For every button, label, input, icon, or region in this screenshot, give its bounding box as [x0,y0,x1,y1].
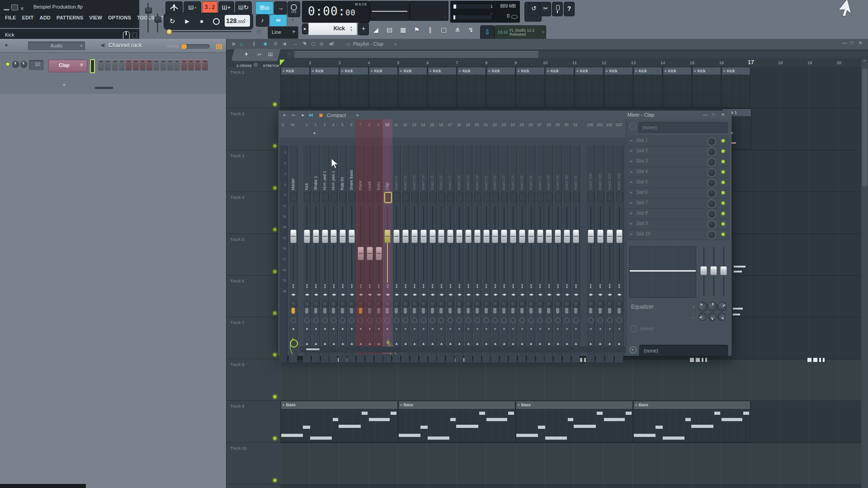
record-dot[interactable] [440,328,442,330]
eq-knob-3[interactable] [715,300,729,314]
mixer-strip-Insert 17[interactable]: Insert 17▲▼◀▶▲ [446,145,454,362]
fx-slot-indicator[interactable] [393,192,400,202]
clip-kick-15[interactable]: ≡Kick [692,67,721,108]
step-edit-button[interactable]: ⊞ш [255,1,274,14]
track-label-8[interactable]: Track 8 [230,362,244,367]
volume-fader-handle[interactable] [465,230,472,243]
pan-control[interactable]: ◀▶ [554,293,562,296]
fx-slot-indicator[interactable] [367,192,373,202]
clip-kick-11[interactable]: ≡Kick [575,67,604,108]
mute-switch[interactable] [314,308,317,314]
fx-slot-indicator[interactable] [546,192,552,202]
slot-enable-led[interactable] [722,170,725,174]
pan-control[interactable]: ◀▶ [420,293,428,296]
mixer-strip-Master[interactable]: Master▲▼◀▶ [289,145,297,362]
clip-kick-3[interactable]: ≡Kick [340,67,368,108]
slot-mix-knob[interactable] [707,230,716,239]
slot-mix-knob[interactable] [707,168,716,177]
eq-band1-fader[interactable] [703,247,704,296]
fx-slot-indicator[interactable] [411,192,418,202]
step-button-3[interactable] [112,59,118,70]
record-dot[interactable] [539,328,541,330]
record-dot[interactable] [530,328,532,330]
volume-fader-handle[interactable] [358,247,364,260]
volume-fader-handle[interactable] [438,230,444,243]
stereo-sep-control[interactable]: ▲▼ [392,283,401,289]
slot-arrow-icon[interactable]: ▶ [630,139,632,142]
fx-slot-1[interactable]: ▶Slot 1 [627,136,730,146]
slot-arrow-icon[interactable]: ▶ [630,191,632,194]
stereo-knob[interactable] [349,301,355,308]
step-button-2[interactable] [105,59,111,70]
restore-icon[interactable] [11,5,18,10]
volume-fader-handle[interactable] [393,230,400,243]
stereo-knob[interactable] [597,301,604,308]
volume-fader-handle[interactable] [501,230,507,243]
stereo-knob[interactable] [510,301,517,308]
eq-knob-4[interactable] [697,311,708,323]
stereo-sep-control[interactable]: ▲▼ [586,283,595,289]
pan-control[interactable]: ◀▶ [605,293,614,296]
step-button-16[interactable] [202,59,208,70]
mute-switch[interactable] [448,308,452,314]
mixer-layout-mode[interactable]: Compact [327,113,346,118]
menu-item-edit[interactable]: EDIT [22,15,34,20]
mixer-strip-Insert 25[interactable]: Insert 25▲▼◀▶▲ [518,145,526,362]
scroll-left-icon[interactable]: ‹ [289,52,290,56]
stereo-knob[interactable] [492,301,499,308]
track-label-5[interactable]: Track 5 [230,237,244,242]
stereo-knob[interactable] [546,301,552,308]
multilink-knob-button[interactable] [288,1,300,17]
record-dot[interactable] [609,328,611,330]
step-button-11[interactable] [167,59,173,70]
stereo-knob[interactable] [501,301,508,308]
eq-knob-6[interactable] [716,311,727,322]
filter-group-selector[interactable]: Audio ▶ [28,42,85,50]
mixer-strip-Insert 102[interactable]: Insert 102▲▼◀▶▲ [605,145,614,362]
dock-up-icon[interactable]: ▲ [301,113,305,117]
pan-control[interactable]: ◀▶ [500,293,508,296]
scroll-up-icon[interactable]: ⌃ [863,60,866,64]
pan-control[interactable]: ◀▶ [464,293,472,296]
record-dot[interactable] [342,328,344,330]
fx-slot-indicator[interactable] [519,192,526,202]
blend-notes-button[interactable]: Ш+ [218,1,234,14]
stereo-sep-control[interactable]: ▲▼ [464,283,472,289]
track-led-1[interactable] [273,102,277,107]
channel-button-clap[interactable]: Clap ※ [48,60,87,72]
mixer-strip-Hi-H..sed 1[interactable]: Hi-H..sed 1▲▼◀▶▲ [321,145,329,362]
stereo-knob[interactable] [376,301,382,308]
stereo-knob[interactable] [519,301,526,308]
scroll-left-icon[interactable]: ‹ [90,85,91,89]
mute-switch[interactable] [511,308,514,314]
menu-item-file[interactable]: FILE [5,15,16,20]
fx-slot-indicator[interactable] [573,192,580,202]
mute-switch[interactable] [359,308,362,314]
fx-slot-4[interactable]: ▶Slot 4 [627,167,730,178]
pan-control[interactable]: ◀▶ [401,293,410,296]
mute-switch[interactable] [502,308,505,314]
pan-control[interactable]: ◀▶ [437,293,445,296]
pan-control[interactable]: ◀▶ [473,293,481,296]
mixer-menu-arrow[interactable]: ▶ [283,113,286,117]
stereo-knob[interactable] [304,301,311,308]
pan-control[interactable]: ◀▶ [527,293,535,296]
mute-switch[interactable] [404,308,407,314]
volume-fader-handle[interactable] [349,230,355,243]
select-icon[interactable]: ◥ [302,41,306,46]
pl-menu-arrow[interactable]: ▶ [232,41,236,46]
output-field[interactable]: (none) [639,345,728,357]
close-icon[interactable]: ✕ [20,6,25,11]
playlist-minimize-icon[interactable]: — [842,40,847,45]
slot-enable-led[interactable] [722,202,725,205]
slot-arrow-icon[interactable]: ▶ [630,222,632,225]
pan-control[interactable]: ◀▶ [429,293,437,296]
pan-control[interactable]: ◀▶ [518,293,526,296]
stereo-knob[interactable] [358,301,364,308]
stereo-sep-control[interactable]: ▲▼ [482,283,491,289]
mute-switch[interactable] [292,308,295,314]
slot-mix-knob[interactable] [707,189,716,198]
mixer-strip-C[interactable] [279,145,288,362]
volume-fader-handle[interactable] [313,230,319,243]
volume-fader-handle[interactable] [411,230,418,243]
